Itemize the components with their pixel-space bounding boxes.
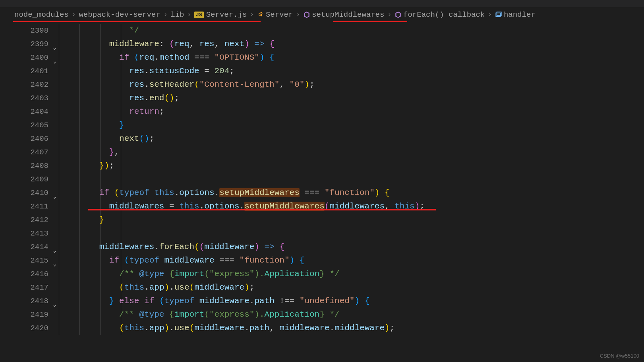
crumb-node-modules[interactable]: node_modules — [14, 10, 69, 19]
fold-chevron-icon[interactable]: ⌄ — [53, 244, 56, 257]
line-number[interactable]: 2409 — [0, 173, 48, 186]
line-number[interactable]: 2415⌄ — [0, 254, 48, 267]
code-line[interactable] — [69, 173, 644, 186]
line-number[interactable]: 2410⌄ — [0, 186, 48, 200]
crumb-file[interactable]: JS Server.js — [194, 10, 247, 19]
line-number[interactable]: 2405 — [0, 119, 48, 132]
code-line[interactable]: */ — [69, 24, 644, 37]
code-area[interactable]: */ middleware: (req, res, next) => { if … — [59, 24, 644, 335]
line-number[interactable]: 2417 — [0, 281, 48, 294]
annotation-underline — [333, 21, 407, 22]
crumb-callback[interactable]: forEach() callback — [395, 10, 485, 19]
watermark: CSDN @w55100 — [600, 353, 639, 359]
fold-chevron-icon[interactable]: ⌄ — [53, 257, 56, 271]
code-line[interactable]: return; — [69, 105, 644, 119]
line-number[interactable]: 2418⌄ — [0, 294, 48, 308]
code-line[interactable]: }, — [69, 146, 644, 159]
class-icon — [257, 11, 264, 18]
code-line[interactable]: next(); — [69, 132, 644, 146]
chevron-right-icon: › — [387, 11, 391, 18]
chevron-right-icon: › — [296, 11, 300, 18]
line-number[interactable]: 2404 — [0, 105, 48, 119]
code-line[interactable]: /** @type {import("express").Application… — [69, 267, 644, 281]
code-line[interactable]: middlewares = this.options.setupMiddlewa… — [69, 200, 644, 213]
symbol-icon — [495, 11, 502, 18]
line-number[interactable]: 2398 — [0, 24, 48, 37]
line-number[interactable]: 2419 — [0, 308, 48, 321]
code-line[interactable]: } else if (typeof middleware.path !== "u… — [69, 294, 644, 308]
annotation-underline — [88, 209, 436, 210]
chevron-right-icon: › — [188, 11, 191, 18]
line-number[interactable]: 2399⌄ — [0, 37, 48, 51]
crumb-class[interactable]: Server — [257, 10, 293, 19]
fold-chevron-icon[interactable]: ⌄ — [53, 54, 56, 68]
breadcrumb[interactable]: node_modules › webpack-dev-server › lib … — [0, 7, 644, 22]
gutter[interactable]: 23982399⌄2400⌄24012402240324042405240624… — [0, 24, 59, 335]
chevron-right-icon: › — [250, 11, 254, 18]
method-icon — [303, 11, 310, 18]
code-line[interactable]: }); — [69, 159, 644, 173]
crumb-pkg[interactable]: webpack-dev-server — [79, 10, 160, 19]
chevron-right-icon: › — [72, 11, 76, 18]
code-line[interactable]: } — [69, 213, 644, 227]
crumb-handler[interactable]: handler — [495, 10, 536, 19]
line-number[interactable]: 2414⌄ — [0, 240, 48, 254]
method-icon — [395, 11, 402, 18]
line-number[interactable]: 2408 — [0, 159, 48, 173]
js-file-icon: JS — [194, 12, 204, 18]
code-line[interactable]: (this.app).use(middleware.path, middlewa… — [69, 321, 644, 335]
fold-chevron-icon[interactable]: ⌄ — [53, 190, 56, 203]
code-line[interactable] — [69, 227, 644, 240]
code-line[interactable]: /** @type {import("express").Application… — [69, 308, 644, 321]
code-line[interactable]: middleware: (req, res, next) => { — [69, 37, 644, 51]
line-number[interactable]: 2406 — [0, 132, 48, 146]
chevron-right-icon: › — [164, 11, 168, 18]
code-line[interactable]: if (typeof middleware === "function") { — [69, 254, 644, 267]
tab-bar — [0, 0, 644, 7]
code-line[interactable]: } — [69, 119, 644, 132]
fold-chevron-icon[interactable]: ⌄ — [53, 298, 56, 311]
line-number[interactable]: 2400⌄ — [0, 51, 48, 64]
fold-chevron-icon[interactable]: ⌄ — [53, 41, 56, 54]
line-number[interactable]: 2413 — [0, 227, 48, 240]
code-line[interactable]: res.statusCode = 204; — [69, 64, 644, 78]
code-line[interactable]: if (typeof this.options.setupMiddlewares… — [69, 186, 644, 200]
line-number[interactable]: 2407 — [0, 146, 48, 159]
chevron-right-icon: › — [488, 11, 492, 18]
code-line[interactable]: (this.app).use(middleware); — [69, 281, 644, 294]
annotation-underline — [13, 21, 261, 22]
line-number[interactable]: 2412 — [0, 213, 48, 227]
crumb-lib[interactable]: lib — [170, 10, 184, 19]
line-number[interactable]: 2411 — [0, 200, 48, 213]
line-number[interactable]: 2416 — [0, 267, 48, 281]
code-line[interactable]: if (req.method === "OPTIONS") { — [69, 51, 644, 64]
line-number[interactable]: 2403 — [0, 91, 48, 105]
code-editor[interactable]: 23982399⌄2400⌄24012402240324042405240624… — [0, 22, 644, 335]
line-number[interactable]: 2420 — [0, 321, 48, 335]
code-line[interactable]: res.end(); — [69, 91, 644, 105]
code-line[interactable]: res.setHeader("Content-Length", "0"); — [69, 78, 644, 91]
line-number[interactable]: 2401 — [0, 64, 48, 78]
crumb-method-setup[interactable]: setupMiddlewares — [303, 10, 384, 19]
code-line[interactable]: middlewares.forEach((middleware) => { — [69, 240, 644, 254]
line-number[interactable]: 2402 — [0, 78, 48, 91]
